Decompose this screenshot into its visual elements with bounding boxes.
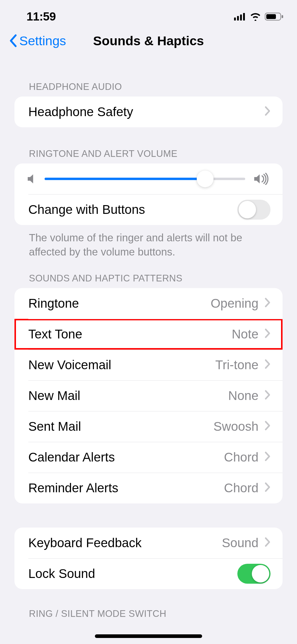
back-button[interactable]: Settings bbox=[9, 33, 66, 48]
row-new-mail[interactable]: New MailNone bbox=[14, 380, 283, 411]
chevron-right-icon bbox=[264, 296, 270, 311]
row-text-tone[interactable]: Text ToneNote bbox=[14, 319, 283, 350]
row-reminder-alerts[interactable]: Reminder AlertsChord bbox=[14, 473, 283, 503]
toggle-change-with-buttons[interactable] bbox=[237, 200, 270, 220]
row-value: Swoosh bbox=[214, 419, 258, 434]
battery-icon bbox=[265, 12, 283, 21]
chevron-right-icon bbox=[264, 105, 270, 119]
row-label: New Voicemail bbox=[28, 358, 111, 372]
page-title: Sounds & Haptics bbox=[93, 33, 204, 48]
chevron-left-icon bbox=[9, 34, 18, 47]
group-headphone-audio: Headphone Safety bbox=[14, 97, 283, 127]
row-calendar-alerts[interactable]: Calendar AlertsChord bbox=[14, 442, 283, 473]
row-label: Keyboard Feedback bbox=[28, 536, 142, 550]
group-ringtone-volume: Change with Buttons bbox=[14, 163, 283, 225]
row-value: None bbox=[228, 389, 258, 403]
section-header-sounds-patterns: SOUNDS AND HAPTIC PATTERNS bbox=[14, 273, 283, 288]
chevron-right-icon bbox=[264, 327, 270, 341]
row-change-with-buttons: Change with Buttons bbox=[14, 194, 283, 225]
slider-thumb[interactable] bbox=[197, 170, 214, 187]
row-label: Headphone Safety bbox=[28, 105, 133, 119]
chevron-right-icon bbox=[264, 536, 270, 550]
row-label: Ringtone bbox=[28, 296, 79, 311]
nav-bar: Settings Sounds & Haptics bbox=[0, 27, 297, 54]
section-header-ringtone-volume: RINGTONE AND ALERT VOLUME bbox=[14, 148, 283, 163]
status-icons bbox=[234, 12, 283, 21]
row-label: Lock Sound bbox=[28, 566, 95, 581]
row-new-voicemail[interactable]: New VoicemailTri-tone bbox=[14, 350, 283, 380]
chevron-right-icon bbox=[264, 389, 270, 403]
row-volume-slider bbox=[14, 163, 283, 194]
row-label: New Mail bbox=[28, 389, 80, 403]
row-label: Reminder Alerts bbox=[28, 481, 118, 495]
row-label: Change with Buttons bbox=[28, 202, 145, 217]
svg-rect-2 bbox=[240, 14, 242, 21]
row-sent-mail[interactable]: Sent MailSwoosh bbox=[14, 411, 283, 442]
volume-slider[interactable] bbox=[45, 178, 245, 180]
volume-low-icon bbox=[27, 174, 36, 184]
row-keyboard-feedback[interactable]: Keyboard Feedback Sound bbox=[14, 528, 283, 558]
svg-rect-6 bbox=[282, 15, 283, 18]
row-label: Calendar Alerts bbox=[28, 450, 115, 465]
row-value: Note bbox=[232, 327, 258, 341]
row-lock-sound: Lock Sound bbox=[14, 558, 283, 589]
svg-rect-0 bbox=[234, 17, 236, 21]
section-header-ring-silent: RING / SILENT MODE SWITCH bbox=[14, 608, 283, 619]
row-value: Opening bbox=[211, 296, 258, 311]
back-label: Settings bbox=[19, 33, 66, 48]
chevron-right-icon bbox=[264, 450, 270, 465]
toggle-knob bbox=[239, 201, 256, 218]
svg-rect-5 bbox=[266, 14, 276, 19]
cellular-icon bbox=[234, 13, 246, 21]
volume-high-icon bbox=[254, 173, 270, 185]
toggle-knob bbox=[252, 565, 269, 582]
slider-fill bbox=[45, 178, 205, 180]
home-indicator[interactable] bbox=[95, 634, 202, 638]
row-label: Sent Mail bbox=[28, 419, 81, 434]
row-value: Tri-tone bbox=[215, 358, 258, 372]
row-value: Sound bbox=[222, 536, 258, 550]
status-bar: 11:59 bbox=[0, 0, 297, 27]
footer-change-with-buttons: The volume of the ringer and alerts will… bbox=[14, 225, 283, 259]
svg-rect-3 bbox=[243, 13, 245, 21]
group-sounds-patterns: RingtoneOpeningText ToneNoteNew Voicemai… bbox=[14, 288, 283, 503]
chevron-right-icon bbox=[264, 481, 270, 495]
section-header-headphone-audio: HEADPHONE AUDIO bbox=[14, 81, 283, 97]
toggle-lock-sound[interactable] bbox=[237, 564, 270, 584]
row-ringtone[interactable]: RingtoneOpening bbox=[14, 288, 283, 319]
group-keyboard-lock: Keyboard Feedback Sound Lock Sound bbox=[14, 528, 283, 589]
chevron-right-icon bbox=[264, 419, 270, 434]
status-time: 11:59 bbox=[27, 10, 56, 23]
chevron-right-icon bbox=[264, 358, 270, 372]
row-label: Text Tone bbox=[28, 327, 82, 341]
wifi-icon bbox=[250, 12, 261, 21]
row-headphone-safety[interactable]: Headphone Safety bbox=[14, 97, 283, 127]
row-value: Chord bbox=[224, 450, 258, 465]
svg-rect-1 bbox=[237, 16, 239, 21]
row-value: Chord bbox=[224, 481, 258, 495]
